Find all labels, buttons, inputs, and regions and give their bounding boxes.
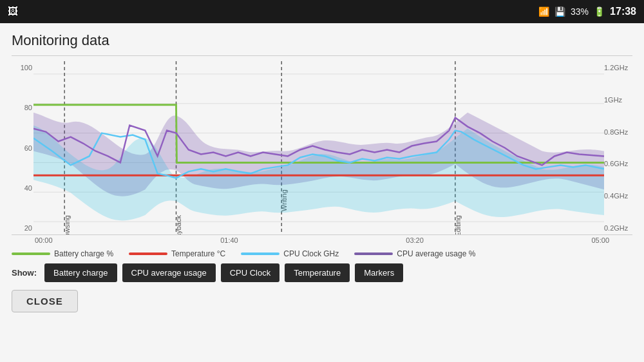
legend-cpu-avg-line [354,252,393,255]
legend-cpu-clock-line [241,252,279,255]
legend-battery: Battery charge % [12,249,113,258]
show-label: Show: [12,268,37,278]
show-row: Show: Battery charge CPU average usage C… [12,263,632,282]
btn-markers[interactable]: Markers [355,263,403,282]
chart-svg: Web Browsing Video Playback Writing Phot… [33,61,604,234]
battery-icon: 🔋 [594,6,605,17]
legend-battery-label: Battery charge % [54,249,113,258]
legend-temperature-line [129,252,167,255]
battery-percent: 33% [571,6,589,17]
btn-temperature[interactable]: Temperature [285,263,350,282]
x-axis: 00:00 01:40 03:20 05:00 [12,235,632,244]
legend-cpu-avg-label: CPU average usage % [397,249,475,258]
close-btn-area: CLOSE [12,290,632,312]
chart-container: 100 80 60 40 20 1.2GHz 1GHz 0.8GHz 0.6GH… [12,61,632,235]
btn-cpu-avg-usage[interactable]: CPU average usage [122,263,216,282]
legend-temperature: Temperature °C [129,249,225,258]
close-button[interactable]: CLOSE [12,290,78,312]
storage-icon: 💾 [554,6,565,17]
main-content: Monitoring data 100 80 60 40 20 1.2GHz 1… [0,23,644,362]
svg-text:Web Browsing: Web Browsing [63,215,71,234]
x-label-2: 03:20 [406,236,424,244]
x-label-1: 01:40 [220,236,238,244]
status-right: 📶 💾 33% 🔋 17:38 [538,6,636,17]
status-bar: 🖼 📶 💾 33% 🔋 17:38 [0,0,644,23]
btn-cpu-clock[interactable]: CPU Clock [221,263,280,282]
y-axis-right: 1.2GHz 1GHz 0.8GHz 0.6GHz 0.4GHz 0.2GHz [604,61,632,234]
legend-area: Battery charge % Temperature °C CPU Cloc… [12,249,632,258]
legend-battery-line [12,252,50,255]
app-icon: 🖼 [8,6,18,17]
btn-battery-charge[interactable]: Battery charge [44,263,117,282]
legend-temperature-label: Temperature °C [171,249,225,258]
legend-cpu-avg: CPU average usage % [354,249,475,258]
divider [12,55,632,56]
page-title: Monitoring data [12,32,632,49]
svg-text:Photo Editing: Photo Editing [454,215,462,234]
wifi-icon: 📶 [538,6,549,17]
svg-text:Video Playback: Video Playback [175,214,182,234]
legend-cpu-clock-label: CPU Clock GHz [283,249,339,258]
status-left: 🖼 [8,6,18,17]
x-label-0: 00:00 [35,236,53,244]
legend-cpu-clock: CPU Clock GHz [241,249,339,258]
x-label-3: 05:00 [591,236,609,244]
y-axis-left: 100 80 60 40 20 [12,61,32,234]
clock: 17:38 [610,6,636,17]
